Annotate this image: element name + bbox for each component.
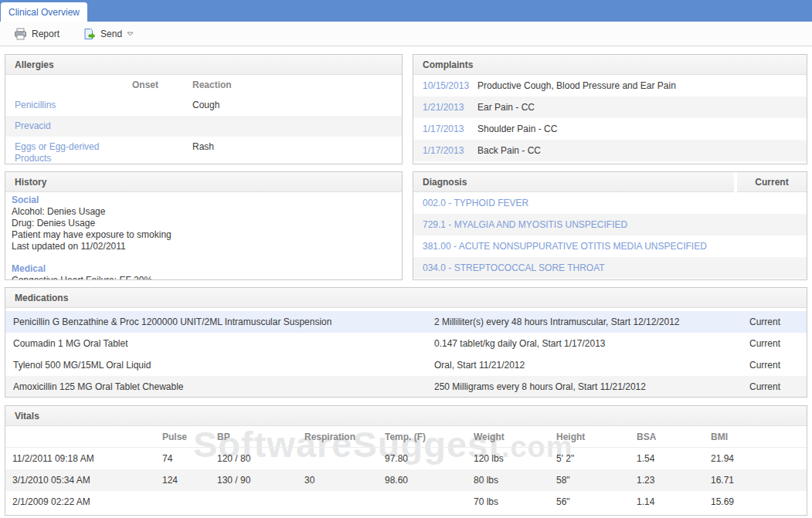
vitals-datetime: 11/2/2011 09:18 AM (12, 453, 162, 464)
bmi-column-header: BMI (711, 432, 807, 442)
history-section-link[interactable]: Social (12, 195, 39, 205)
respiration-column-header: Respiration (304, 432, 385, 442)
complaints-panel-header: Complaints (413, 55, 807, 75)
medication-row[interactable]: Coumadin 1 MG Oral Tablet 0.147 tablet/k… (5, 333, 807, 354)
allergy-name-link[interactable]: Prevacid (15, 120, 51, 131)
medication-sig: Oral, Start 11/21/2012 (434, 360, 737, 371)
complaints-title: Complaints (423, 59, 473, 70)
medications-panel-header: Medications (5, 288, 807, 308)
history-line: Drug: Denies Usage (12, 218, 402, 229)
complaint-text: Ear Pain - CC (477, 102, 807, 113)
vitals-column-headers: Pulse BP Respiration Temp. (F) Weight He… (5, 426, 807, 448)
diagnosis-row[interactable]: 034.0 - STREPTOCOCCAL SORE THROAT (413, 257, 807, 279)
history-body: Social Alcohol: Denies Usage Drug: Denie… (5, 192, 402, 280)
medications-panel: Medications Penicillin G Benzathine & Pr… (5, 287, 807, 398)
allergy-name-link[interactable]: Eggs or Egg-derived Products (15, 141, 99, 164)
medication-status: Current (737, 360, 807, 371)
medication-sig: 2 Milliliter(s) every 48 hours Intramusc… (434, 317, 737, 327)
send-button-label: Send (100, 29, 122, 39)
medication-status: Current (737, 338, 807, 349)
history-title: History (15, 177, 46, 188)
pulse-column-header: Pulse (162, 432, 217, 442)
diagnosis-link[interactable]: 002.0 - TYPHOID FEVER (423, 198, 528, 208)
history-line: Alcohol: Denies Usage (12, 206, 402, 218)
allergy-onset (132, 100, 192, 111)
medication-name: Amoxicillin 125 MG Oral Tablet Chewable (13, 381, 434, 392)
allergy-row[interactable]: Penicillins Cough (5, 95, 402, 116)
send-icon (83, 28, 96, 40)
history-section-link[interactable]: Medical (12, 263, 46, 274)
diagnosis-panel-header: Diagnosis Current (413, 172, 807, 192)
bsa-column-header: BSA (637, 432, 711, 442)
history-line: Patient may have exposure to smoking (12, 229, 402, 241)
medications-title: Medications (15, 293, 68, 303)
history-panel: History Social Alcohol: Denies Usage Dru… (5, 171, 403, 280)
diagnosis-title: Diagnosis (423, 177, 467, 188)
allergy-reaction: Rash (192, 141, 402, 164)
complaint-date-link[interactable]: 1/17/2013 (423, 145, 464, 156)
history-panel-header: History (5, 172, 402, 192)
complaint-date-link[interactable]: 1/21/2013 (423, 102, 464, 113)
medication-status: Current (737, 381, 807, 392)
tab-label: Clinical Overview (8, 7, 80, 18)
allergy-name-link[interactable]: Penicillins (15, 100, 56, 110)
complaint-row[interactable]: 10/15/2013 Productive Cough, Blood Press… (413, 75, 807, 96)
diagnosis-row[interactable]: 002.0 - TYPHOID FEVER (413, 192, 807, 214)
complaint-text: Back Pain - CC (477, 145, 807, 156)
diagnosis-link[interactable]: 381.00 - ACUTE NONSUPPURATIVE OTITIS MED… (423, 241, 707, 252)
chevron-down-icon (127, 32, 134, 36)
complaint-row[interactable]: 1/17/2013 Shoulder Pain - CC (413, 118, 807, 140)
diagnosis-link[interactable]: 034.0 - STREPTOCOCCAL SORE THROAT (423, 262, 605, 273)
medication-status: Current (737, 317, 807, 327)
medication-name: Coumadin 1 MG Oral Tablet (13, 338, 434, 349)
toolbar: Report Send (0, 22, 812, 46)
complaint-row[interactable]: 1/21/2013 Ear Pain - CC (413, 96, 807, 118)
complaints-panel: Complaints 10/15/2013 Productive Cough, … (413, 54, 807, 164)
complaint-text: Shoulder Pain - CC (477, 124, 807, 134)
clinical-overview-screen: Clinical Overview Report Send Allergies (0, 0, 812, 518)
complaint-row[interactable]: 1/17/2013 Back Pain - CC (413, 140, 807, 161)
diagnosis-link[interactable]: 729.1 - MYALGIA AND MYOSITIS UNSPECIFIED (423, 219, 627, 230)
weight-column-header: Weight (474, 432, 556, 442)
vitals-datetime: 2/1/2009 02:22 AM (12, 496, 162, 507)
vitals-title: Vitals (15, 411, 39, 422)
bp-column-header: BP (217, 432, 304, 442)
complaint-date-link[interactable]: 10/15/2013 (423, 80, 469, 91)
reaction-column-header: Reaction (192, 80, 402, 90)
diagnosis-row[interactable]: 381.00 - ACUTE NONSUPPURATIVE OTITIS MED… (413, 235, 807, 257)
medication-row[interactable]: Tylenol 500 MG/15ML Oral Liquid Oral, St… (5, 354, 807, 376)
complaint-text: Productive Cough, Blood Pressure and Ear… (477, 80, 807, 91)
report-button[interactable]: Report (8, 25, 66, 42)
vitals-row[interactable]: 2/1/2009 02:22 AM 70 lbs 56" 1.14 15.69 (5, 491, 807, 513)
medication-name: Penicillin G Benzathine & Proc 1200000 U… (13, 317, 434, 327)
vitals-row[interactable]: 11/2/2011 09:18 AM 74 120 / 80 97.80 120… (5, 448, 807, 469)
printer-icon (14, 28, 27, 40)
tab-bar: Clinical Overview (0, 0, 812, 22)
medication-sig: 0.147 tablet/kg daily Oral, Start 1/17/2… (434, 338, 737, 349)
vitals-datetime: 3/1/2010 05:34 AM (12, 475, 162, 486)
medication-row[interactable]: Amoxicillin 125 MG Oral Tablet Chewable … (5, 376, 807, 398)
allergies-panel: Allergies Onset Reaction Penicillins Cou… (5, 54, 403, 164)
height-column-header: Height (556, 432, 637, 442)
diagnosis-current-column-header: Current (755, 177, 788, 188)
send-button[interactable]: Send (76, 25, 140, 42)
vitals-row[interactable]: 3/1/2010 05:34 AM 124 130 / 90 30 98.60 … (5, 469, 807, 491)
tab-clinical-overview[interactable]: Clinical Overview (1, 2, 87, 22)
medication-row[interactable]: Penicillin G Benzathine & Proc 1200000 U… (5, 311, 807, 333)
medication-name: Tylenol 500 MG/15ML Oral Liquid (13, 360, 434, 371)
diagnosis-row[interactable]: 729.1 - MYALGIA AND MYOSITIS UNSPECIFIED (413, 214, 807, 235)
history-line: Last updated on 11/02/2011 (12, 241, 402, 252)
temp-column-header: Temp. (F) (385, 432, 474, 442)
complaint-date-link[interactable]: 1/17/2013 (423, 124, 464, 134)
diagnosis-panel: Diagnosis Current 002.0 - TYPHOID FEVER … (413, 171, 807, 280)
allergy-row[interactable]: Eggs or Egg-derived Products Rash (5, 137, 402, 164)
allergy-reaction (192, 120, 402, 132)
onset-column-header: Onset (132, 80, 192, 90)
vitals-panel: Vitals SoftwareSuggest.com Pulse BP Resp… (5, 405, 807, 516)
allergy-row[interactable]: Prevacid (5, 116, 402, 137)
allergy-onset (132, 141, 192, 164)
allergy-reaction: Cough (192, 100, 402, 111)
medication-sig: 250 Milligrams every 8 hours Oral, Start… (434, 381, 737, 392)
allergies-column-headers: Onset Reaction (5, 75, 402, 95)
allergies-title: Allergies (15, 59, 54, 70)
